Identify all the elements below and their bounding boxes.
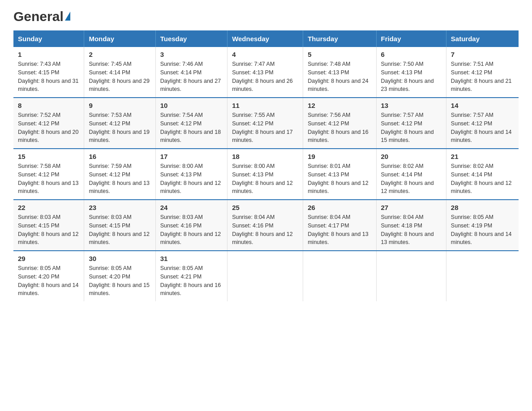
day-number: 20 bbox=[381, 153, 442, 160]
daylight-label: Daylight: 8 hours and 13 minutes. bbox=[18, 180, 79, 195]
sunset-label: Sunset: 4:12 PM bbox=[160, 120, 202, 127]
day-info: Sunrise: 8:03 AM Sunset: 4:15 PM Dayligh… bbox=[89, 213, 150, 247]
calendar-cell: 1 Sunrise: 7:43 AM Sunset: 4:15 PM Dayli… bbox=[13, 47, 84, 98]
sunrise-label: Sunrise: 8:00 AM bbox=[160, 163, 203, 169]
daylight-label: Daylight: 8 hours and 12 minutes. bbox=[308, 180, 369, 195]
daylight-label: Daylight: 8 hours and 18 minutes. bbox=[160, 129, 221, 144]
page-header: General bbox=[13, 9, 519, 21]
daylight-label: Daylight: 8 hours and 14 minutes. bbox=[18, 282, 79, 297]
day-info: Sunrise: 7:53 AM Sunset: 4:12 PM Dayligh… bbox=[89, 111, 150, 145]
sunset-label: Sunset: 4:13 PM bbox=[232, 69, 273, 76]
day-info: Sunrise: 7:43 AM Sunset: 4:15 PM Dayligh… bbox=[18, 60, 79, 94]
sunrise-label: Sunrise: 8:04 AM bbox=[308, 214, 350, 220]
calendar-cell: 2 Sunrise: 7:45 AM Sunset: 4:14 PM Dayli… bbox=[84, 47, 155, 98]
daylight-label: Daylight: 8 hours and 15 minutes. bbox=[89, 282, 150, 297]
day-number: 17 bbox=[160, 153, 223, 160]
calendar-cell bbox=[446, 251, 519, 301]
calendar-cell: 29 Sunrise: 8:05 AM Sunset: 4:20 PM Dayl… bbox=[13, 251, 84, 301]
day-info: Sunrise: 8:04 AM Sunset: 4:16 PM Dayligh… bbox=[232, 213, 298, 247]
calendar-cell: 9 Sunrise: 7:53 AM Sunset: 4:12 PM Dayli… bbox=[84, 98, 155, 149]
sunset-label: Sunset: 4:15 PM bbox=[18, 223, 59, 229]
sunset-label: Sunset: 4:12 PM bbox=[381, 120, 422, 127]
calendar-week-row: 8 Sunrise: 7:52 AM Sunset: 4:12 PM Dayli… bbox=[13, 98, 519, 149]
calendar-cell: 25 Sunrise: 8:04 AM Sunset: 4:16 PM Dayl… bbox=[227, 200, 303, 251]
sunset-label: Sunset: 4:13 PM bbox=[308, 69, 349, 76]
day-info: Sunrise: 8:02 AM Sunset: 4:14 PM Dayligh… bbox=[451, 162, 514, 196]
day-info: Sunrise: 7:47 AM Sunset: 4:13 PM Dayligh… bbox=[232, 60, 298, 94]
sunrise-label: Sunrise: 8:01 AM bbox=[308, 163, 350, 169]
calendar-cell: 24 Sunrise: 8:03 AM Sunset: 4:16 PM Dayl… bbox=[155, 200, 227, 251]
day-header-wednesday: Wednesday bbox=[227, 30, 303, 47]
sunset-label: Sunset: 4:19 PM bbox=[451, 223, 492, 229]
daylight-label: Daylight: 8 hours and 14 minutes. bbox=[451, 231, 512, 246]
day-info: Sunrise: 7:58 AM Sunset: 4:12 PM Dayligh… bbox=[18, 162, 79, 196]
calendar-cell: 19 Sunrise: 8:01 AM Sunset: 4:13 PM Dayl… bbox=[303, 149, 376, 200]
sunrise-label: Sunrise: 8:04 AM bbox=[381, 214, 424, 220]
calendar-cell bbox=[303, 251, 376, 301]
sunset-label: Sunset: 4:13 PM bbox=[160, 171, 202, 178]
daylight-label: Daylight: 8 hours and 29 minutes. bbox=[89, 78, 150, 93]
sunrise-label: Sunrise: 7:48 AM bbox=[308, 61, 350, 67]
day-info: Sunrise: 7:56 AM Sunset: 4:12 PM Dayligh… bbox=[308, 111, 371, 145]
day-info: Sunrise: 8:02 AM Sunset: 4:14 PM Dayligh… bbox=[381, 162, 442, 196]
day-info: Sunrise: 8:03 AM Sunset: 4:15 PM Dayligh… bbox=[18, 213, 79, 247]
calendar-cell bbox=[376, 251, 446, 301]
daylight-label: Daylight: 8 hours and 12 minutes. bbox=[381, 180, 434, 195]
calendar-cell: 5 Sunrise: 7:48 AM Sunset: 4:13 PM Dayli… bbox=[303, 47, 376, 98]
daylight-label: Daylight: 8 hours and 14 minutes. bbox=[451, 129, 512, 144]
day-number: 22 bbox=[18, 204, 79, 211]
day-number: 16 bbox=[89, 153, 150, 160]
day-info: Sunrise: 8:05 AM Sunset: 4:20 PM Dayligh… bbox=[18, 264, 79, 298]
calendar-table: SundayMondayTuesdayWednesdayThursdayFrid… bbox=[13, 30, 519, 301]
day-number: 31 bbox=[160, 255, 223, 262]
calendar-cell: 13 Sunrise: 7:57 AM Sunset: 4:12 PM Dayl… bbox=[376, 98, 446, 149]
sunrise-label: Sunrise: 8:03 AM bbox=[89, 214, 131, 220]
sunset-label: Sunset: 4:13 PM bbox=[232, 171, 273, 178]
day-number: 10 bbox=[160, 102, 223, 109]
sunset-label: Sunset: 4:14 PM bbox=[89, 69, 130, 76]
calendar-cell: 21 Sunrise: 8:02 AM Sunset: 4:14 PM Dayl… bbox=[446, 149, 519, 200]
day-info: Sunrise: 8:04 AM Sunset: 4:17 PM Dayligh… bbox=[308, 213, 371, 247]
day-number: 18 bbox=[232, 153, 298, 160]
sunset-label: Sunset: 4:21 PM bbox=[160, 274, 202, 280]
sunset-label: Sunset: 4:13 PM bbox=[308, 171, 349, 178]
calendar-cell: 28 Sunrise: 8:05 AM Sunset: 4:19 PM Dayl… bbox=[446, 200, 519, 251]
day-number: 24 bbox=[160, 204, 223, 211]
sunset-label: Sunset: 4:14 PM bbox=[160, 69, 202, 76]
day-info: Sunrise: 7:57 AM Sunset: 4:12 PM Dayligh… bbox=[451, 111, 514, 145]
daylight-label: Daylight: 8 hours and 19 minutes. bbox=[89, 129, 150, 144]
sunrise-label: Sunrise: 8:03 AM bbox=[160, 214, 203, 220]
day-number: 25 bbox=[232, 204, 298, 211]
calendar-cell: 17 Sunrise: 8:00 AM Sunset: 4:13 PM Dayl… bbox=[155, 149, 227, 200]
day-number: 28 bbox=[451, 204, 514, 211]
daylight-label: Daylight: 8 hours and 12 minutes. bbox=[451, 180, 512, 195]
daylight-label: Daylight: 8 hours and 26 minutes. bbox=[232, 78, 293, 93]
day-number: 1 bbox=[18, 51, 79, 58]
calendar-cell: 7 Sunrise: 7:51 AM Sunset: 4:12 PM Dayli… bbox=[446, 47, 519, 98]
sunrise-label: Sunrise: 7:56 AM bbox=[308, 112, 350, 118]
sunset-label: Sunset: 4:12 PM bbox=[89, 171, 130, 178]
day-info: Sunrise: 7:55 AM Sunset: 4:12 PM Dayligh… bbox=[232, 111, 298, 145]
sunrise-label: Sunrise: 7:52 AM bbox=[18, 112, 60, 118]
calendar-cell: 10 Sunrise: 7:54 AM Sunset: 4:12 PM Dayl… bbox=[155, 98, 227, 149]
day-number: 2 bbox=[89, 51, 150, 58]
daylight-label: Daylight: 8 hours and 31 minutes. bbox=[18, 78, 79, 93]
day-info: Sunrise: 8:04 AM Sunset: 4:18 PM Dayligh… bbox=[381, 213, 442, 247]
daylight-label: Daylight: 8 hours and 13 minutes. bbox=[89, 180, 150, 195]
day-info: Sunrise: 8:00 AM Sunset: 4:13 PM Dayligh… bbox=[160, 162, 223, 196]
day-info: Sunrise: 8:00 AM Sunset: 4:13 PM Dayligh… bbox=[232, 162, 298, 196]
sunrise-label: Sunrise: 7:54 AM bbox=[160, 112, 203, 118]
sunset-label: Sunset: 4:15 PM bbox=[89, 223, 130, 229]
calendar-cell: 18 Sunrise: 8:00 AM Sunset: 4:13 PM Dayl… bbox=[227, 149, 303, 200]
day-number: 9 bbox=[89, 102, 150, 109]
sunset-label: Sunset: 4:16 PM bbox=[232, 223, 273, 229]
sunset-label: Sunset: 4:12 PM bbox=[451, 120, 492, 127]
sunrise-label: Sunrise: 7:51 AM bbox=[451, 61, 493, 67]
sunrise-label: Sunrise: 8:05 AM bbox=[89, 265, 131, 271]
sunrise-label: Sunrise: 7:43 AM bbox=[18, 61, 60, 67]
day-number: 19 bbox=[308, 153, 371, 160]
daylight-label: Daylight: 8 hours and 24 minutes. bbox=[308, 78, 369, 93]
calendar-cell: 11 Sunrise: 7:55 AM Sunset: 4:12 PM Dayl… bbox=[227, 98, 303, 149]
sunset-label: Sunset: 4:20 PM bbox=[89, 274, 130, 280]
day-info: Sunrise: 8:01 AM Sunset: 4:13 PM Dayligh… bbox=[308, 162, 371, 196]
